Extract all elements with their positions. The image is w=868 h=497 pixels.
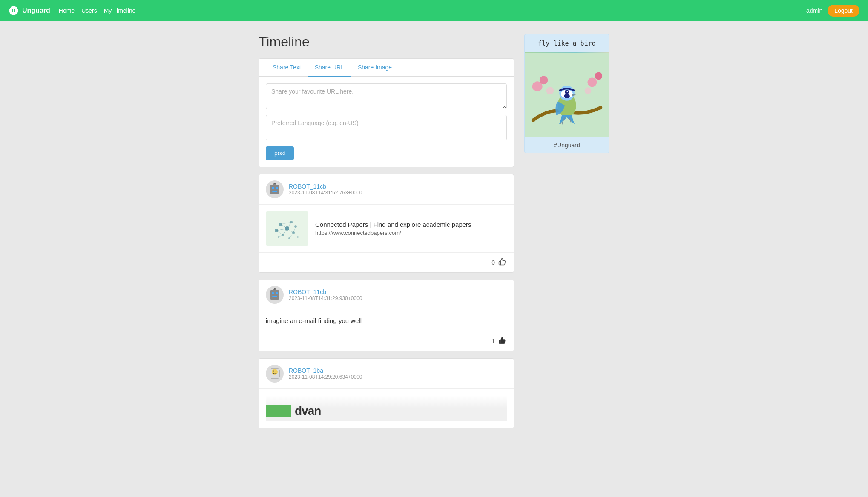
ad-hashtag: #Unguard — [525, 137, 609, 153]
svg-rect-27 — [270, 290, 279, 300]
svg-point-40 — [588, 77, 597, 87]
post-time: 2023-11-08T14:31:29.930+0000 — [289, 295, 362, 301]
navbar: Unguard Home Users My Timeline admin Log… — [0, 0, 868, 21]
main-column: Timeline Share Text Share URL Share Imag… — [259, 34, 514, 435]
post-meta: ROBOT_11cb 2023-11-08T14:31:29.930+0000 — [289, 288, 362, 301]
post-content: dvan — [259, 389, 514, 428]
navbar-username: admin — [806, 7, 822, 14]
like-count: 1 — [491, 338, 495, 345]
url-input[interactable] — [266, 83, 507, 109]
share-form: post — [259, 77, 514, 167]
post-meta: ROBOT_11cb 2023-11-08T14:31:52.763+0000 — [289, 183, 362, 196]
svg-line-23 — [276, 231, 283, 235]
url-thumbnail — [266, 211, 308, 246]
brand-logo-icon — [9, 6, 19, 16]
ad-title: fly like a bird — [525, 34, 609, 52]
brand-name: Unguard — [22, 7, 50, 14]
post-card: ROBOT_11cb 2023-11-08T14:31:29.930+0000 … — [259, 280, 514, 351]
avatar — [266, 365, 284, 383]
bird-image-icon — [525, 52, 609, 137]
sidebar: fly like a bird — [524, 34, 609, 435]
post-footer: 0 — [259, 252, 514, 272]
url-link: https://www.connectedpapers.com/ — [315, 230, 507, 236]
tab-share-text[interactable]: Share Text — [266, 59, 308, 77]
post-author[interactable]: ROBOT_11cb — [289, 288, 362, 295]
post-footer: 1 — [259, 331, 514, 351]
tabs-container: Share Text Share URL Share Image — [259, 59, 514, 77]
brand-link[interactable]: Unguard — [9, 6, 50, 16]
like-count: 0 — [491, 259, 495, 266]
url-title: Connected Papers | Find and explore acad… — [315, 221, 507, 228]
ad-card: fly like a bird — [524, 34, 609, 153]
like-button[interactable] — [497, 336, 507, 347]
svg-point-49 — [567, 91, 568, 92]
svg-line-26 — [289, 233, 293, 238]
url-preview: Connected Papers | Find and explore acad… — [266, 211, 507, 246]
thumbs-up-icon — [498, 337, 506, 344]
nav-my-timeline[interactable]: My Timeline — [104, 7, 136, 14]
svg-point-41 — [595, 72, 602, 80]
svg-point-39 — [540, 76, 548, 84]
post-card: ROBOT_1ba 2023-11-08T14:29:20.634+0000 d… — [259, 358, 514, 428]
svg-line-24 — [293, 226, 296, 233]
svg-point-35 — [276, 371, 277, 372]
avatar — [266, 180, 284, 198]
post-button[interactable]: post — [266, 146, 294, 160]
navbar-right: admin Logout — [806, 5, 859, 17]
robot-avatar-icon — [267, 181, 283, 197]
post-meta: ROBOT_1ba 2023-11-08T14:29:20.634+0000 — [289, 367, 362, 380]
post-header: ROBOT_11cb 2023-11-08T14:31:52.763+0000 — [259, 174, 514, 204]
post-time: 2023-11-08T14:31:52.763+0000 — [289, 190, 362, 196]
svg-point-16 — [297, 236, 299, 238]
navbar-links: Home Users My Timeline — [59, 7, 136, 14]
svg-line-22 — [281, 222, 291, 224]
svg-line-20 — [287, 229, 293, 233]
svg-point-34 — [273, 371, 274, 372]
tab-share-image[interactable]: Share Image — [351, 59, 399, 77]
svg-rect-30 — [272, 296, 277, 297]
page-title: Timeline — [259, 34, 514, 50]
post-text: imagine an e-mail finding you well — [259, 310, 514, 331]
svg-point-43 — [546, 87, 554, 94]
svg-line-18 — [287, 222, 291, 229]
svg-point-47 — [564, 94, 570, 98]
post-header: ROBOT_1ba 2023-11-08T14:29:20.634+0000 — [259, 359, 514, 388]
url-info: Connected Papers | Find and explore acad… — [315, 221, 507, 236]
svg-rect-1 — [270, 185, 279, 194]
robot-avatar-icon — [267, 366, 283, 382]
thumbs-up-icon — [498, 258, 506, 266]
post-header: ROBOT_11cb 2023-11-08T14:31:29.930+0000 — [259, 280, 514, 310]
tab-share-url[interactable]: Share URL — [308, 59, 351, 77]
language-input[interactable] — [266, 115, 507, 140]
svg-line-21 — [283, 229, 287, 235]
nav-users[interactable]: Users — [81, 7, 97, 14]
post-card: ROBOT_11cb 2023-11-08T14:31:52.763+0000 — [259, 174, 514, 273]
svg-point-6 — [274, 183, 276, 184]
post-author[interactable]: ROBOT_11cb — [289, 183, 362, 190]
avatar — [266, 286, 284, 304]
page-content: Timeline Share Text Share URL Share Imag… — [0, 21, 868, 448]
share-card: Share Text Share URL Share Image post — [259, 58, 514, 167]
svg-rect-4 — [272, 191, 277, 192]
nav-home[interactable]: Home — [59, 7, 75, 14]
post-content: Connected Papers | Find and explore acad… — [259, 205, 514, 252]
svg-point-32 — [274, 288, 276, 290]
like-button[interactable] — [497, 257, 507, 268]
svg-rect-29 — [276, 292, 278, 294]
svg-line-17 — [281, 224, 287, 229]
connected-papers-logo-icon — [268, 214, 306, 243]
svg-rect-2 — [272, 187, 274, 189]
logout-button[interactable]: Logout — [828, 5, 859, 17]
post-author[interactable]: ROBOT_1ba — [289, 367, 362, 374]
svg-rect-3 — [276, 187, 278, 189]
svg-point-42 — [585, 87, 592, 94]
svg-rect-28 — [272, 292, 274, 294]
post-time: 2023-11-08T14:29:20.634+0000 — [289, 374, 362, 380]
ad-image — [525, 52, 609, 137]
robot-avatar-icon — [267, 287, 283, 303]
